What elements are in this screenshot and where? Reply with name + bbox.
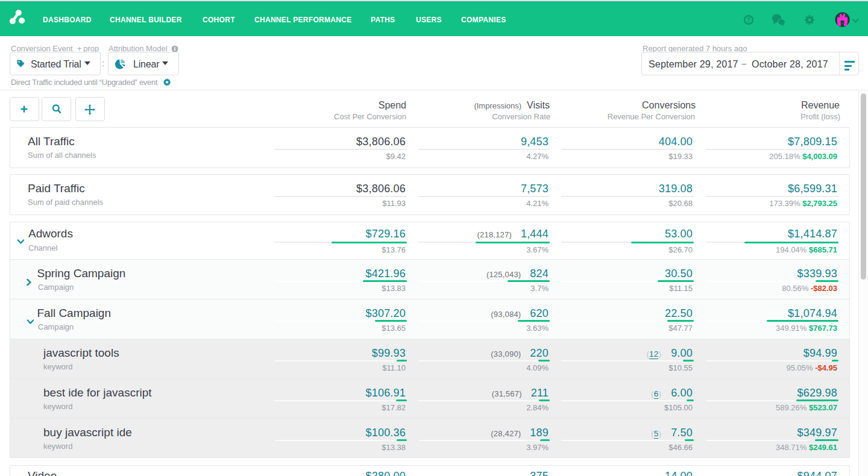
svg-text:?: ? <box>747 16 750 23</box>
